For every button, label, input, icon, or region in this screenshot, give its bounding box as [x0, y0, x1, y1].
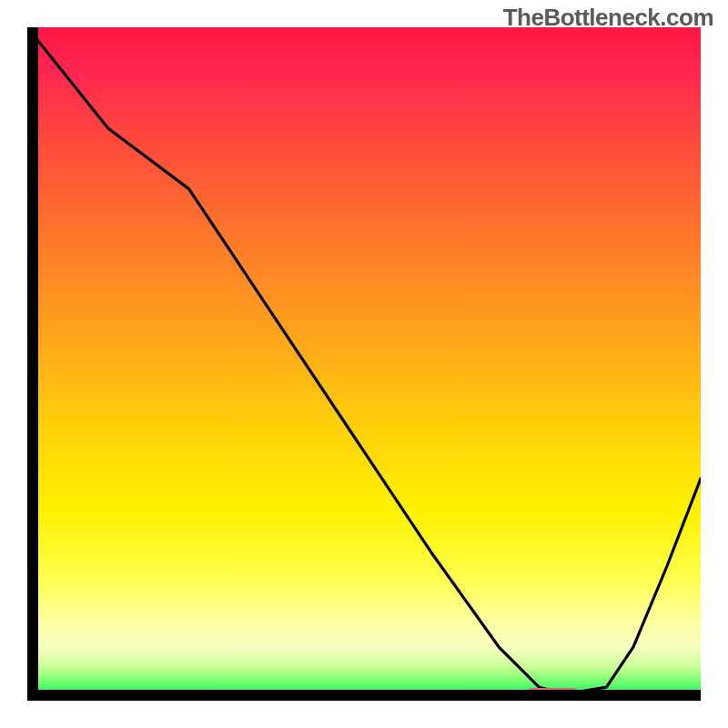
chart-container: TheBottleneck.com — [0, 0, 728, 728]
watermark-text: TheBottleneck.com — [503, 4, 713, 32]
optimal-point-marker — [526, 688, 580, 701]
plot-area — [27, 27, 701, 701]
curve-svg — [27, 27, 701, 701]
bottleneck-curve-line — [27, 27, 701, 694]
